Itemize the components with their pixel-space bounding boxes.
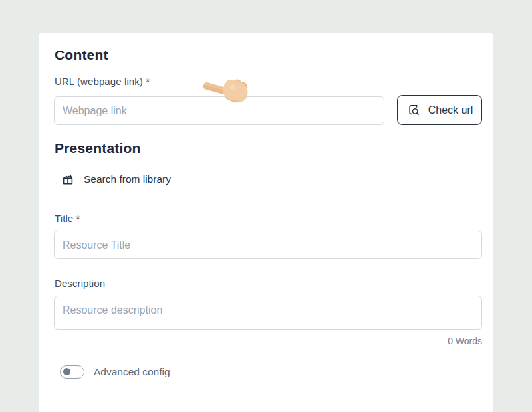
toggle-knob	[63, 368, 70, 375]
presentation-section-heading: Presentation	[55, 140, 141, 156]
form-card: Content URL (webpage link) * Check url	[39, 33, 493, 412]
word-count: 0 Words	[54, 336, 482, 346]
content-section-heading: Content	[55, 47, 108, 63]
advanced-config-row: Advanced config	[60, 365, 170, 379]
advanced-config-toggle[interactable]	[60, 365, 84, 379]
search-from-library-label: Search from library	[84, 173, 171, 185]
file-search-icon	[406, 103, 421, 118]
title-field-label: Title *	[55, 213, 80, 224]
check-url-button-label: Check url	[428, 104, 473, 116]
url-field-label: URL (webpage link) *	[55, 76, 150, 87]
url-input[interactable]	[54, 96, 384, 125]
title-input[interactable]	[54, 231, 482, 259]
advanced-config-label: Advanced config	[94, 366, 170, 378]
check-url-button[interactable]: Check url	[397, 95, 482, 125]
description-textarea[interactable]	[54, 296, 482, 330]
search-from-library-link[interactable]: Search from library	[60, 171, 171, 187]
open-box-icon	[60, 171, 76, 187]
description-field-label: Description	[55, 278, 105, 289]
